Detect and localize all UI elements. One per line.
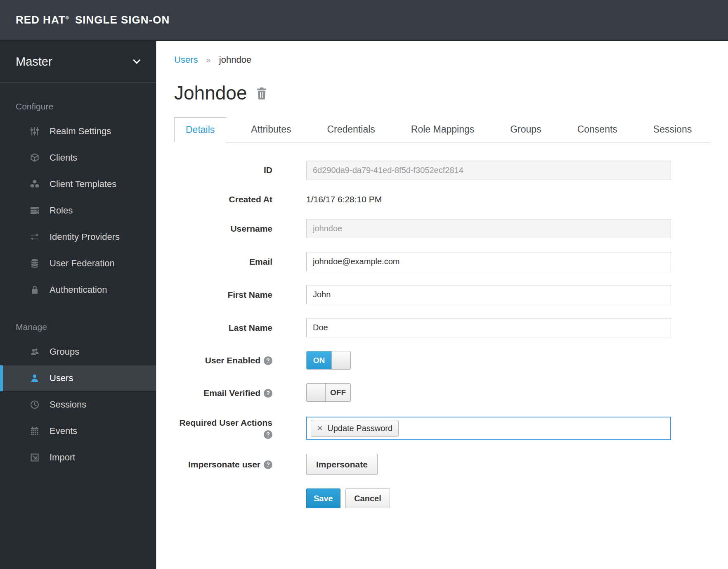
exchange-arrows-icon: [29, 232, 40, 242]
sidebar-section-manage: Manage Groups Users Sessions Events: [0, 303, 156, 471]
id-field: [306, 161, 671, 180]
main-content: Users » johndoe Johndoe Details Attribut…: [157, 41, 728, 569]
impersonate-user-label: Impersonate user?: [174, 459, 272, 470]
sidebar-item-sessions[interactable]: Sessions: [0, 391, 156, 418]
brand-secondary: SINGLE SIGN-ON: [75, 14, 170, 26]
sidebar-item-events[interactable]: Events: [0, 418, 156, 444]
sidebar-item-label: Roles: [50, 205, 73, 216]
sidebar-item-import[interactable]: Import: [0, 444, 156, 471]
sidebar-item-label: Import: [50, 452, 75, 463]
tab-role-mappings[interactable]: Role Mappings: [400, 117, 485, 142]
page-title: Johndoe: [174, 82, 247, 104]
tab-credentials[interactable]: Credentials: [316, 117, 386, 142]
sidebar-item-label: Users: [50, 373, 73, 384]
sidebar-item-client-templates[interactable]: Client Templates: [0, 171, 156, 197]
server-icon: [29, 205, 40, 216]
tab-sessions[interactable]: Sessions: [642, 117, 703, 142]
toggle-handle: [331, 351, 350, 369]
username-field: [306, 219, 671, 238]
email-field[interactable]: [306, 252, 671, 271]
last-name-field[interactable]: [306, 318, 671, 337]
first-name-label: First Name: [174, 289, 272, 301]
created-at-label: Created At: [174, 194, 272, 205]
realm-selector[interactable]: Master: [0, 41, 156, 83]
help-icon[interactable]: ?: [264, 430, 272, 439]
sidebar-item-label: Groups: [50, 346, 79, 357]
sidebar-item-users[interactable]: Users: [0, 365, 156, 391]
chevron-down-icon: [133, 56, 140, 64]
remove-chip-icon[interactable]: ✕: [317, 425, 323, 432]
sidebar-item-identity-providers[interactable]: Identity Providers: [0, 224, 156, 250]
sidebar-item-groups[interactable]: Groups: [0, 339, 156, 365]
breadcrumb-users-link[interactable]: Users: [174, 55, 198, 65]
tab-groups[interactable]: Groups: [499, 117, 552, 142]
sidebar-item-label: Client Templates: [50, 179, 116, 190]
tab-bar: Details Attributes Credentials Role Mapp…: [174, 117, 711, 142]
delete-user-button[interactable]: [255, 87, 268, 102]
sidebar-section-configure: Configure Realm Settings Clients Client …: [0, 83, 156, 303]
help-icon[interactable]: ?: [264, 460, 272, 469]
first-name-field[interactable]: [306, 285, 671, 304]
email-label: Email: [174, 256, 272, 268]
sidebar-item-label: Clients: [50, 152, 77, 163]
id-label: ID: [174, 164, 272, 176]
sidebar-item-roles[interactable]: Roles: [0, 197, 156, 224]
breadcrumb: Users » johndoe: [174, 55, 711, 65]
brand-primary: RED HAT: [16, 14, 66, 26]
sidebar-item-label: Sessions: [50, 399, 86, 410]
tab-attributes[interactable]: Attributes: [240, 117, 302, 142]
toggle-off-label: OFF: [326, 384, 350, 401]
sidebar-item-label: Realm Settings: [50, 126, 111, 137]
user-enabled-toggle[interactable]: ON: [306, 351, 351, 370]
sidebar-item-clients[interactable]: Clients: [0, 145, 156, 171]
chip-label: Update Password: [327, 424, 392, 433]
realm-name: Master: [16, 55, 52, 69]
sidebar: Master Configure Realm Settings Clients …: [0, 41, 156, 569]
impersonate-button[interactable]: Impersonate: [306, 454, 378, 475]
clock-icon: [29, 399, 40, 410]
app-logo: RED HAT® SINGLE SIGN-ON: [16, 14, 170, 26]
database-icon: [29, 258, 40, 269]
section-heading: Configure: [16, 102, 156, 111]
email-verified-label: Email Verified?: [174, 387, 272, 399]
import-icon: [29, 452, 40, 463]
toggle-handle: [307, 384, 326, 401]
update-password-chip: ✕ Update Password: [311, 420, 399, 437]
user-details-form: ID Created At 1/16/17 6:28:10 PM Usernam…: [174, 161, 711, 508]
sidebar-item-label: User Federation: [50, 258, 115, 269]
breadcrumb-current: johndoe: [219, 55, 251, 65]
sidebar-item-label: Events: [50, 426, 77, 436]
toggle-on-label: ON: [307, 351, 331, 369]
sliders-icon: [29, 126, 40, 137]
email-verified-toggle[interactable]: OFF: [306, 383, 351, 402]
username-label: Username: [174, 223, 272, 235]
sidebar-item-label: Authentication: [50, 284, 107, 295]
cube-icon: [29, 152, 40, 163]
cubes-icon: [29, 179, 40, 190]
calendar-icon: [29, 426, 40, 436]
created-at-value: 1/16/17 6:28:10 PM: [306, 194, 382, 204]
tab-consents[interactable]: Consents: [566, 117, 629, 142]
section-heading: Manage: [16, 322, 156, 332]
registered-mark: ®: [66, 15, 69, 20]
groups-icon: [29, 346, 40, 357]
user-enabled-label: User Enabled?: [174, 355, 272, 366]
tab-details[interactable]: Details: [174, 117, 226, 142]
sidebar-item-realm-settings[interactable]: Realm Settings: [0, 118, 156, 145]
breadcrumb-separator: »: [206, 55, 211, 64]
sidebar-item-label: Identity Providers: [50, 232, 120, 242]
sidebar-item-authentication[interactable]: Authentication: [0, 277, 156, 303]
last-name-label: Last Name: [174, 322, 272, 334]
masthead: RED HAT® SINGLE SIGN-ON: [0, 0, 728, 41]
sidebar-item-user-federation[interactable]: User Federation: [0, 250, 156, 277]
required-user-actions-input[interactable]: ✕ Update Password: [306, 417, 671, 440]
required-user-actions-label: Required User Actions?: [174, 417, 272, 441]
lock-icon: [29, 284, 40, 295]
save-button[interactable]: Save: [306, 488, 340, 508]
user-icon: [29, 373, 40, 384]
cancel-button[interactable]: Cancel: [345, 488, 390, 508]
help-icon[interactable]: ?: [264, 389, 272, 398]
help-icon[interactable]: ?: [264, 356, 272, 365]
